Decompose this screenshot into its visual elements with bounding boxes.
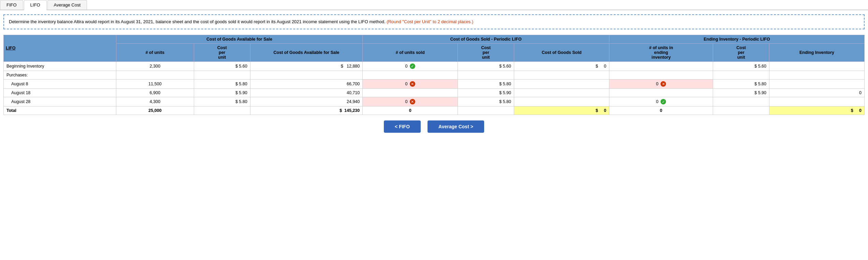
instruction-text: Determine the inventory balance Altira w… (9, 19, 386, 24)
row-total: Total 25,000 $ 145,230 0 $ 0 0 $ 0 (4, 106, 865, 115)
cell-cogs-aug28 (514, 97, 609, 106)
cell-cost-per-unit: $ 5.60 (194, 61, 250, 71)
check-icon: ✓ (410, 63, 415, 69)
cell-cost-avail: $ 12,880 (250, 61, 363, 71)
col-cost-goods-sold: Cost of Goods Sold (514, 43, 609, 61)
cell-cost-sold-total (458, 106, 514, 115)
cell-avail-total: $ 145,230 (250, 106, 363, 115)
cell-ending-aug28 (769, 97, 865, 106)
tabs-container: FIFO LIFO Average Cost (0, 0, 868, 10)
lifo-table: LIFO Cost of Goods Available for Sale Co… (3, 35, 865, 115)
cell-ending-units-aug28[interactable]: 0 ✓ (609, 97, 713, 106)
cell-label-aug28: August 28 (4, 97, 116, 106)
cell-units-aug28: 4,300 (116, 97, 194, 106)
cell-cost-aug28: $ 5.80 (194, 97, 250, 106)
cell-avail-aug8: 66,700 (250, 79, 363, 88)
cell-ending-total: $ 0 (769, 106, 865, 115)
check-icon-aug28: ✓ (661, 99, 666, 104)
sub-header-row: # of units Costperunit Cost of Goods Ava… (4, 43, 865, 61)
header-cogs-available: Cost of Goods Available for Sale (116, 35, 363, 43)
next-button[interactable]: Average Cost > (428, 120, 484, 133)
prev-button[interactable]: < FIFO (384, 120, 421, 133)
cell-avail-aug18: 40,710 (250, 88, 363, 97)
header-cogs-sold: Cost of Goods Sold - Periodic LIFO (363, 35, 609, 43)
cell-cogs-aug18 (514, 88, 609, 97)
main-table-wrapper: LIFO Cost of Goods Available for Sale Co… (3, 35, 865, 115)
cell-cost-sold-aug18: $ 5.90 (458, 88, 514, 97)
cell-ending-units-aug18[interactable] (609, 88, 713, 97)
col-units: # of units (116, 43, 194, 61)
col-units-ending: # of units inendinginventory (609, 43, 713, 61)
cell-cost-sold-aug28: $ 5.80 (458, 97, 514, 106)
cell-cost-aug18: $ 5.90 (194, 88, 250, 97)
cell-cogs-total: $ 0 (514, 106, 609, 115)
tab-lifo[interactable]: LIFO (24, 0, 47, 10)
cell-ending-aug18: 0 (769, 88, 865, 97)
header-group-row: LIFO Cost of Goods Available for Sale Co… (4, 35, 865, 43)
cell-cost-per-unit-sold: $ 5.60 (458, 61, 514, 71)
cell-units-ending (609, 61, 713, 71)
cell-ending-aug8 (769, 79, 865, 88)
nav-buttons: < FIFO Average Cost > (0, 120, 868, 138)
cell-avail-aug28: 24,940 (250, 97, 363, 106)
cell-ending-units-total: 0 (609, 106, 713, 115)
instruction-box: Determine the inventory balance Altira w… (3, 14, 865, 29)
col-ending-inv: Ending Inventory (769, 43, 865, 61)
cell-units-aug18: 6,900 (116, 88, 194, 97)
cell-cost-per-unit-end: $ 5.60 (713, 61, 769, 71)
cell-cost-end-total (713, 106, 769, 115)
cell-cost-end-aug8: $ 5.80 (713, 79, 769, 88)
cell-label: Beginning Inventory (4, 61, 116, 71)
cell-units: 2,300 (116, 61, 194, 71)
tab-average-cost[interactable]: Average Cost (47, 0, 87, 10)
cell-cost-end-aug28 (713, 97, 769, 106)
cell-sold-aug28[interactable]: 0 ✕ (363, 97, 458, 106)
cell-cost-aug8: $ 5.80 (194, 79, 250, 88)
row-august-8: August 8 11,500 $ 5.80 66,700 0 ✕ $ 5.80… (4, 79, 865, 88)
row-purchases-label: Purchases: (4, 71, 865, 79)
header-ending-inv: Ending Inventory - Periodic LIFO (609, 35, 864, 43)
cell-cogs-aug8 (514, 79, 609, 88)
cell-label-total: Total (4, 106, 116, 115)
cell-units-total: 25,000 (116, 106, 194, 115)
x-icon-aug28: ✕ (410, 99, 415, 104)
col-cost-per-unit2: Costperunit (458, 43, 514, 61)
cell-label-aug8: August 8 (4, 79, 116, 88)
col-units-sold: # of units sold (363, 43, 458, 61)
x-icon-aug8: ✕ (410, 81, 415, 87)
row-beginning-inventory: Beginning Inventory 2,300 $ 5.60 $ 12,88… (4, 61, 865, 71)
tab-fifo[interactable]: FIFO (0, 0, 23, 10)
row-august-18: August 18 6,900 $ 5.90 40,710 $ 5.90 $ 5… (4, 88, 865, 97)
cell-cost-total (194, 106, 250, 115)
cell-ending-units-aug8[interactable]: 0 ✕ (609, 79, 713, 88)
row-august-28: August 28 4,300 $ 5.80 24,940 0 ✕ $ 5.80… (4, 97, 865, 106)
col-cost-per-unit3: Costperunit (713, 43, 769, 61)
cell-sold-total: 0 (363, 106, 458, 115)
instruction-highlight: (Round "Cost per Unit" to 2 decimal plac… (387, 19, 473, 24)
cell-label-aug18: August 18 (4, 88, 116, 97)
table-body: Beginning Inventory 2,300 $ 5.60 $ 12,88… (4, 61, 865, 115)
cell-sold-aug18[interactable] (363, 88, 458, 97)
cell-units-sold: 0 ✓ (363, 61, 458, 71)
cell-cost-sold-aug8: $ 5.80 (458, 79, 514, 88)
cell-ending-inv (769, 61, 865, 71)
cell-cost-end-aug18: $ 5.90 (713, 88, 769, 97)
cell-cost-goods-sold: $ 0 (514, 61, 609, 71)
col-header-lifo: LIFO (4, 35, 116, 61)
cell-units-aug8: 11,500 (116, 79, 194, 88)
col-cost-avail: Cost of Goods Available for Sale (250, 43, 363, 61)
cell-purchases-label: Purchases: (4, 71, 116, 79)
cell-sold-aug8[interactable]: 0 ✕ (363, 79, 458, 88)
col-cost-per-unit: Costperunit (194, 43, 250, 61)
x-icon-end-aug8: ✕ (661, 81, 666, 87)
